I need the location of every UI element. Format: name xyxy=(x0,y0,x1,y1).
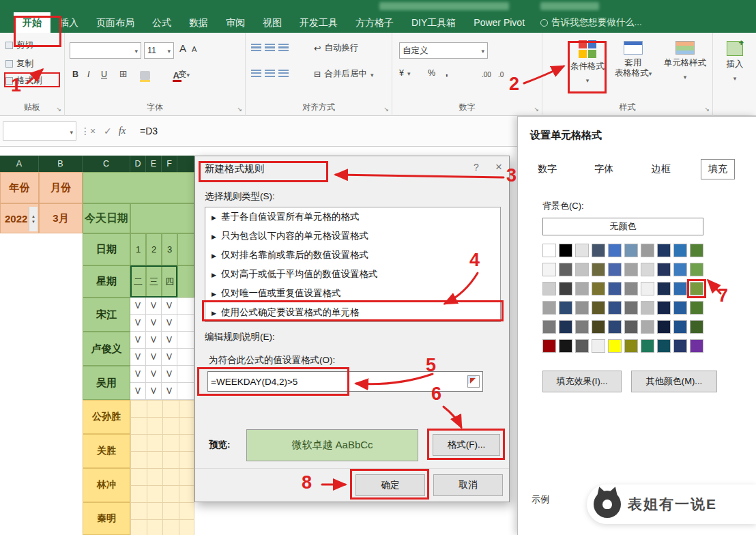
color-swatch[interactable] xyxy=(592,320,605,334)
green-block-cell[interactable] xyxy=(130,203,194,233)
attendance-cell[interactable]: V xyxy=(130,383,146,400)
color-swatch[interactable] xyxy=(575,301,589,315)
comma-style-button[interactable]: , xyxy=(446,68,448,78)
merge-center-button[interactable]: ⊟合并后居中 xyxy=(314,68,374,80)
weekday-cell[interactable] xyxy=(177,265,194,298)
color-swatch[interactable] xyxy=(673,282,687,295)
attendance-cell[interactable] xyxy=(177,383,194,400)
column-header[interactable]: B xyxy=(39,156,83,172)
dialog-launcher-icon[interactable]: ↘ xyxy=(534,106,539,113)
tab-page-layout[interactable]: 页面布局 xyxy=(87,12,143,33)
fill-color-icon[interactable] xyxy=(140,71,150,80)
calendar-grid-cells[interactable] xyxy=(130,400,194,434)
color-swatch[interactable] xyxy=(542,301,556,315)
color-swatch[interactable] xyxy=(624,320,638,334)
align-middle-icon[interactable] xyxy=(265,44,275,51)
attendance-cell[interactable]: V xyxy=(130,315,146,332)
rule-type-option[interactable]: 只为包含以下内容的单元格设置格式 xyxy=(205,227,500,246)
attendance-cell[interactable]: V xyxy=(162,349,177,366)
spinner-up-icon[interactable]: ▲ xyxy=(31,214,35,219)
tab-diy-toolbox[interactable]: DIY工具箱 xyxy=(403,12,465,33)
increase-decimal-icon[interactable]: .00 xyxy=(480,70,493,80)
attendance-cell[interactable]: V xyxy=(130,332,146,349)
person-name-cell[interactable]: 宋江 xyxy=(83,298,130,332)
month-label-cell[interactable]: 月份 xyxy=(39,172,83,203)
tab-review[interactable]: 审阅 xyxy=(217,12,254,33)
calendar-grid-cells[interactable] xyxy=(130,502,194,535)
attendance-cell[interactable] xyxy=(177,349,194,366)
dialog-launcher-icon[interactable]: ↘ xyxy=(56,106,61,113)
color-swatch[interactable] xyxy=(575,263,589,276)
font-name-combo[interactable] xyxy=(70,42,141,59)
grow-font-icon[interactable]: A xyxy=(179,42,186,54)
underline-button[interactable]: U xyxy=(98,68,111,81)
shrink-font-icon[interactable]: A xyxy=(192,45,197,53)
weekday-cell[interactable]: 二 xyxy=(130,265,146,298)
color-swatch[interactable] xyxy=(641,244,654,257)
date-cell[interactable] xyxy=(177,233,194,265)
phonetic-guide-button[interactable]: 变 xyxy=(178,69,190,81)
color-swatch[interactable] xyxy=(641,320,654,334)
cancel-button[interactable]: 取消 xyxy=(433,474,503,496)
attendance-cell[interactable]: V xyxy=(130,349,146,366)
color-swatch[interactable] xyxy=(592,339,605,353)
today-label-cell[interactable]: 今天日期 xyxy=(83,203,130,233)
tab-insert[interactable]: 插入 xyxy=(50,12,87,33)
color-swatch[interactable] xyxy=(559,282,572,295)
column-header[interactable]: F xyxy=(162,156,177,172)
color-swatch[interactable] xyxy=(542,244,556,257)
person-name-cell[interactable]: 吴用 xyxy=(83,366,130,400)
color-swatch[interactable] xyxy=(673,263,687,276)
color-swatch[interactable] xyxy=(559,320,572,334)
color-swatch[interactable] xyxy=(542,320,556,334)
color-swatch[interactable] xyxy=(542,339,556,353)
color-swatch[interactable] xyxy=(624,263,638,276)
color-swatch[interactable] xyxy=(690,244,703,257)
calendar-grid-cells[interactable] xyxy=(130,434,194,468)
ok-button[interactable]: 确定 xyxy=(355,474,425,496)
month-value-cell[interactable]: 3月 xyxy=(39,203,83,233)
attendance-cell[interactable]: V xyxy=(146,366,162,383)
column-header[interactable]: E xyxy=(146,156,162,172)
tab-font[interactable]: 字体 xyxy=(587,159,621,179)
attendance-cell[interactable]: V xyxy=(162,332,177,349)
color-swatch[interactable] xyxy=(542,282,556,295)
color-swatch[interactable] xyxy=(641,282,654,295)
format-button[interactable]: 格式(F)... xyxy=(433,434,500,456)
attendance-cell[interactable]: V xyxy=(146,349,162,366)
cut-button[interactable]: 剪切 xyxy=(5,40,33,51)
attendance-cell[interactable]: V xyxy=(130,366,146,383)
color-swatch[interactable] xyxy=(657,320,671,334)
color-swatch[interactable] xyxy=(575,339,589,353)
tab-fill[interactable]: 填充 xyxy=(701,159,735,179)
number-format-combo[interactable]: 自定义 xyxy=(399,42,488,59)
rule-type-option[interactable]: 基于各自值设置所有单元格的格式 xyxy=(205,207,500,227)
decrease-decimal-icon[interactable]: .0 xyxy=(496,70,506,80)
color-swatch[interactable] xyxy=(559,244,572,257)
collapse-dialog-icon[interactable] xyxy=(467,375,480,388)
spinner-down-icon[interactable]: ▼ xyxy=(31,219,35,225)
rule-type-option[interactable]: 仅对高于或低于平均值的数值设置格式 xyxy=(205,265,500,284)
attendance-cell[interactable]: V xyxy=(146,383,162,400)
color-swatch[interactable] xyxy=(624,282,638,295)
year-spinner[interactable]: ▲▼ xyxy=(29,207,38,231)
color-swatch[interactable] xyxy=(608,282,622,295)
attendance-cell[interactable]: V xyxy=(162,315,177,332)
color-swatch[interactable] xyxy=(690,263,703,276)
attendance-cell[interactable]: V xyxy=(146,298,162,315)
weekday-cell[interactable]: 四 xyxy=(162,265,177,298)
formula-bar-input[interactable]: =D3 xyxy=(140,121,158,141)
color-swatch[interactable] xyxy=(559,263,572,276)
attendance-cell[interactable]: V xyxy=(130,298,146,315)
week-row-label-cell[interactable]: 星期 xyxy=(83,265,130,298)
fill-effects-button[interactable]: 填充效果(I)... xyxy=(542,371,622,392)
borders-icon[interactable] xyxy=(119,68,128,79)
wrap-text-button[interactable]: ↩自动换行 xyxy=(314,42,358,54)
color-swatch[interactable] xyxy=(641,263,654,276)
color-swatch[interactable] xyxy=(575,320,589,334)
close-icon[interactable]: × xyxy=(495,160,502,174)
tab-formulas[interactable]: 公式 xyxy=(143,12,180,33)
color-swatch[interactable] xyxy=(559,339,572,353)
color-swatch[interactable] xyxy=(657,282,671,295)
person-name-cell[interactable]: 公孙胜 xyxy=(83,400,130,434)
